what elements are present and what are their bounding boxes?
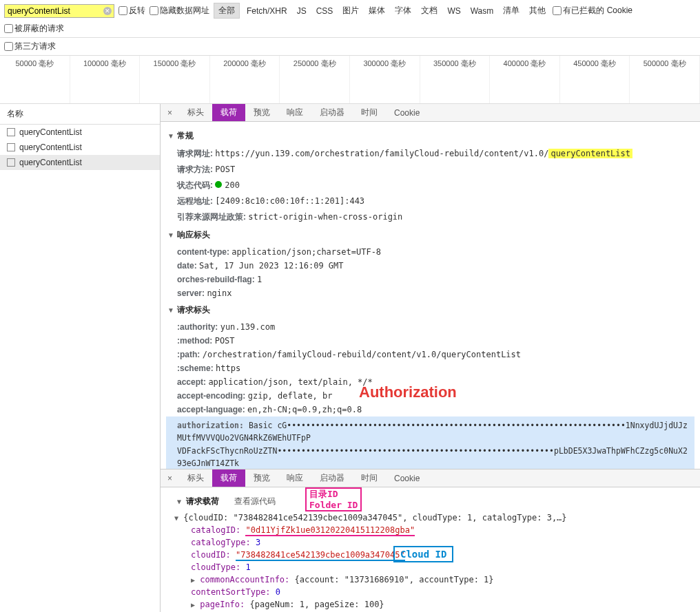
filter-css[interactable]: CSS — [313, 5, 336, 17]
request-method: 请求方法: POST — [166, 162, 694, 178]
filter-font[interactable]: 字体 — [392, 3, 414, 18]
filter-wasm[interactable]: Wasm — [468, 5, 497, 17]
section-response-headers[interactable]: ▼响应标头 — [166, 225, 694, 245]
tab-initiator-2[interactable]: 启动器 — [311, 469, 353, 487]
response-header-row: server: nginx — [166, 286, 694, 300]
annotation-authorization: Authorization — [359, 383, 457, 401]
request-row[interactable]: queryContentList — [0, 155, 160, 170]
payload-section-header: ▼ 请求载荷 查看源代码 — [166, 492, 694, 511]
payload-tabs: × 标头 载荷 预览 响应 启动器 时间 Cookie — [161, 469, 700, 487]
tab-response[interactable]: 响应 — [278, 104, 311, 121]
tab-timing-2[interactable]: 时间 — [353, 469, 386, 487]
timeline-tick: 250000 毫秒 — [280, 56, 350, 103]
third-party-checkbox[interactable]: 第三方请求 — [4, 41, 56, 52]
tab-response-2[interactable]: 响应 — [278, 469, 311, 487]
headers-body: ▼常规 请求网址: https://yun.139.com/orchestrat… — [161, 122, 700, 469]
filter-js[interactable]: JS — [294, 5, 309, 17]
request-row[interactable]: queryContentList — [0, 125, 160, 140]
request-list-header[interactable]: 名称 — [0, 104, 160, 125]
filter-media[interactable]: 媒体 — [366, 3, 388, 18]
status-code: 状态代码: 200 — [166, 178, 694, 193]
timeline-tick: 100000 毫秒 — [70, 56, 141, 103]
blocked-requests-checkbox[interactable]: 被屏蔽的请求 — [4, 23, 64, 34]
view-source-link[interactable]: 查看源代码 — [234, 496, 276, 506]
timeline-tick: 300000 毫秒 — [350, 56, 420, 103]
triangle-down-icon: ▼ — [167, 132, 174, 140]
network-toolbar-row2: 第三方请求 — [0, 38, 700, 56]
request-details-pane: × 标头 载荷 预览 响应 启动器 时间 Cookie ▼常规 请求网址: ht… — [161, 104, 700, 612]
timeline-tick: 350000 毫秒 — [420, 56, 491, 103]
timeline[interactable]: 50000 毫秒 100000 毫秒 150000 毫秒 200000 毫秒 2… — [0, 56, 700, 104]
close-payload-button[interactable]: × — [161, 471, 179, 486]
triangle-down-icon: ▼ — [177, 498, 181, 505]
triangle-right-icon: ▶ — [191, 576, 195, 584]
close-details-button[interactable]: × — [161, 105, 179, 120]
filter-fetch-xhr[interactable]: Fetch/XHR — [244, 5, 290, 17]
tab-timing[interactable]: 时间 — [353, 104, 386, 121]
clear-filter-icon[interactable]: ✕ — [103, 7, 112, 15]
filter-all-button[interactable]: 全部 — [214, 3, 240, 19]
payload-catalog-id: catalogID: "0d11YjfZk1ue0312022041511220… — [166, 524, 694, 536]
timeline-tick: 450000 毫秒 — [560, 56, 630, 103]
filter-img[interactable]: 图片 — [340, 3, 362, 18]
triangle-down-icon: ▼ — [167, 306, 174, 314]
tab-headers-2[interactable]: 标头 — [179, 469, 212, 487]
payload-body: 目录ID Folder ID ▼ 请求载荷 查看源代码 ▼ {cloudID: … — [161, 487, 700, 612]
request-header-row: accept-encoding: gzip, deflate, br Autho… — [166, 389, 694, 403]
filter-ws[interactable]: WS — [444, 5, 463, 17]
response-header-row: date: Sat, 17 Jun 2023 12:16:09 GMT — [166, 259, 694, 273]
filter-other[interactable]: 其他 — [526, 3, 548, 18]
blocked-cookies-checkbox[interactable]: 有已拦截的 Cookie — [553, 5, 632, 17]
tab-headers[interactable]: 标头 — [179, 104, 212, 121]
tab-cookies-2[interactable]: Cookie — [386, 471, 428, 486]
request-header-row: :path: /orchestration/familyCloud-rebuil… — [166, 348, 694, 361]
tab-preview[interactable]: 预览 — [245, 104, 278, 121]
request-header-row: :scheme: https — [166, 361, 694, 375]
timeline-tick: 400000 毫秒 — [490, 56, 560, 103]
tab-payload[interactable]: 载荷 — [212, 104, 245, 121]
timeline-tick: 50000 毫秒 — [0, 56, 70, 103]
request-list-pane: 名称 queryContentList queryContentList que… — [0, 104, 161, 612]
payload-page-info[interactable]: ▶ pageInfo: {pageNum: 1, pageSize: 100} — [166, 598, 694, 611]
request-icon — [7, 158, 15, 167]
request-header-row: accept-language: en,zh-CN;q=0.9,zh;q=0.8 — [166, 403, 694, 416]
payload-cloud-id: cloudID: "738482841ce542139cbec1009a3470… — [166, 549, 694, 561]
network-toolbar: ✕ 反转 隐藏数据网址 全部 Fetch/XHR JS CSS 图片 媒体 字体… — [0, 0, 700, 38]
payload-cloud-type: cloudType: 1 — [166, 561, 694, 573]
filter-manifest[interactable]: 清单 — [500, 3, 522, 18]
filter-doc[interactable]: 文档 — [418, 3, 440, 18]
payload-summary[interactable]: ▼ {cloudID: "738482841ce542139cbec1009a3… — [166, 511, 694, 524]
tab-preview-2[interactable]: 预览 — [245, 469, 278, 487]
response-header-row: orches-rebuild-flag: 1 — [166, 273, 694, 286]
request-icon — [7, 143, 15, 151]
triangle-down-icon: ▼ — [167, 231, 174, 239]
request-row[interactable]: queryContentList — [0, 140, 160, 155]
timeline-tick: 200000 毫秒 — [210, 56, 280, 103]
payload-common-account[interactable]: ▶ commonAccountInfo: {account: "13731686… — [166, 573, 694, 586]
triangle-down-icon: ▼ — [174, 514, 178, 522]
tab-cookies[interactable]: Cookie — [386, 105, 428, 120]
filter-input-wrapper: ✕ — [4, 4, 114, 18]
tab-payload-2[interactable]: 载荷 — [212, 469, 245, 487]
section-general[interactable]: ▼常规 — [166, 126, 694, 146]
request-header-row: :method: POST — [166, 334, 694, 348]
hide-data-urls-checkbox[interactable]: 隐藏数据网址 — [150, 5, 209, 17]
filter-input[interactable] — [4, 4, 114, 18]
invert-checkbox[interactable]: 反转 — [119, 5, 145, 17]
split-panel: 名称 queryContentList queryContentList que… — [0, 104, 700, 612]
response-header-row: content-type: application/json;charset=U… — [166, 245, 694, 259]
tab-initiator[interactable]: 启动器 — [311, 104, 353, 121]
referrer-policy: 引荐来源网址政策: strict-origin-when-cross-origi… — [166, 209, 694, 225]
detail-tabs: × 标头 载荷 预览 响应 启动器 时间 Cookie — [161, 104, 700, 122]
request-header-row: :authority: yun.139.com — [166, 320, 694, 334]
request-icon — [7, 128, 15, 136]
authorization-header: authorization: Basic cG•••••••••••••••••… — [166, 416, 694, 469]
remote-address: 远程地址: [2409:8c10:c00:10f::1:201]:443 — [166, 193, 694, 209]
request-url: 请求网址: https://yun.139.com/orchestration/… — [166, 146, 694, 162]
annotation-cloud-id: Cloud ID — [393, 546, 453, 562]
annotation-folder-id: 目录ID Folder ID — [305, 487, 362, 511]
section-request-headers[interactable]: ▼请求标头 — [166, 300, 694, 320]
payload-panel: × 标头 载荷 预览 响应 启动器 时间 Cookie 目录ID Folder … — [161, 469, 700, 612]
timeline-tick: 500000 毫秒 — [630, 56, 700, 103]
triangle-right-icon: ▶ — [191, 601, 195, 609]
